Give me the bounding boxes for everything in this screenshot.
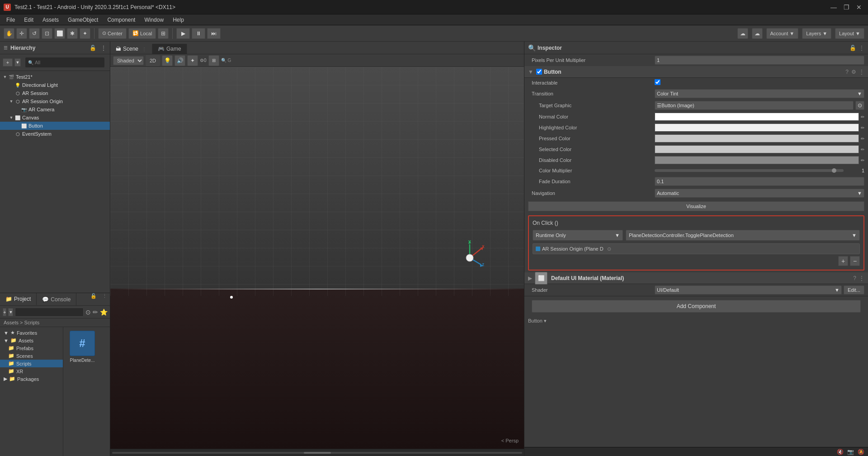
add-component-button[interactable]: Add Component bbox=[532, 300, 861, 313]
project-asset-btn1[interactable]: ⊙ bbox=[85, 309, 91, 316]
tree-item-canvas[interactable]: ▼ ⬜ Canvas bbox=[0, 114, 110, 122]
selected-color-swatch[interactable] bbox=[655, 145, 859, 153]
minimize-button[interactable]: — bbox=[828, 3, 839, 12]
component-settings-btn[interactable]: ⚙ bbox=[851, 69, 856, 75]
pressed-color-swatch[interactable] bbox=[655, 134, 859, 142]
tree-item-eventsystem[interactable]: ⬡ EventSystem bbox=[0, 130, 110, 138]
shader-dropdown[interactable]: UI/Default ▼ bbox=[655, 285, 842, 294]
pixels-per-unit-input[interactable] bbox=[655, 56, 864, 65]
object-target-btn[interactable]: ⊙ bbox=[607, 246, 611, 252]
tree-scripts[interactable]: 📁 Scripts bbox=[0, 360, 63, 367]
component-more-btn[interactable]: ⋮ bbox=[859, 69, 864, 75]
disabled-color-swatch[interactable] bbox=[655, 156, 859, 164]
grid-toggle[interactable]: ⊞ bbox=[208, 55, 219, 66]
target-graphic-field[interactable]: ☰Button (Image) bbox=[655, 101, 854, 110]
center-button[interactable]: ⊙ Center bbox=[98, 28, 127, 39]
rect-tool[interactable]: ⬜ bbox=[54, 28, 65, 39]
snap-tool[interactable]: ⊞ bbox=[158, 28, 169, 39]
function-dropdown[interactable]: PlaneDetectionController.TogglePlaneDete… bbox=[626, 230, 860, 241]
rotate-tool[interactable]: ↺ bbox=[29, 28, 40, 39]
color-multiplier-slider[interactable] bbox=[655, 169, 844, 172]
tree-item-button[interactable]: ⬜ Button bbox=[0, 122, 110, 130]
tree-scenes[interactable]: 📁 Scenes bbox=[0, 352, 63, 360]
status-icon-3[interactable]: 🔕 bbox=[858, 449, 864, 455]
tree-prefabs[interactable]: 📁 Prefabs bbox=[0, 344, 63, 352]
account-button[interactable]: Account ▼ bbox=[766, 28, 799, 39]
shading-dropdown[interactable]: Shaded bbox=[113, 56, 144, 65]
pause-button[interactable]: ⏸ bbox=[192, 28, 205, 39]
project-asset-btn3[interactable]: ⭐ bbox=[100, 309, 108, 316]
add-hierarchy-button[interactable]: + bbox=[3, 58, 13, 66]
remove-onclick-button[interactable]: − bbox=[850, 256, 860, 266]
project-lock[interactable]: 🔓 bbox=[88, 293, 99, 305]
selected-color-picker-icon[interactable]: ✏ bbox=[861, 147, 864, 152]
pressed-color-picker-icon[interactable]: ✏ bbox=[861, 136, 864, 141]
material-menu-btn[interactable]: ⋮ bbox=[859, 275, 864, 281]
hierarchy-dropdown-arrow[interactable]: ▼ bbox=[14, 58, 21, 66]
navigation-dropdown[interactable]: Automatic ▼ bbox=[655, 189, 864, 198]
add-asset-dropdown[interactable]: ▼ bbox=[8, 308, 13, 316]
scale-tool[interactable]: ⊡ bbox=[42, 28, 52, 39]
hierarchy-search-input[interactable] bbox=[35, 60, 102, 65]
material-component-header[interactable]: ▶ ⬜ Default UI Material (Material) ? ⋮ bbox=[524, 272, 868, 284]
tab-console[interactable]: 💬 Console bbox=[37, 293, 76, 305]
menu-file[interactable]: File bbox=[2, 16, 19, 24]
fx-toggle[interactable]: ✦ bbox=[187, 55, 198, 66]
tree-item-arsessionorigin[interactable]: ▼ ⬡ AR Session Origin bbox=[0, 97, 110, 105]
shader-edit-button[interactable]: Edit... bbox=[844, 285, 864, 294]
tab-project[interactable]: 📁 Project bbox=[0, 293, 37, 305]
scrollbar-thumb[interactable] bbox=[304, 452, 331, 454]
material-help-btn[interactable]: ? bbox=[853, 275, 856, 281]
status-icon-2[interactable]: 📷 bbox=[847, 449, 854, 455]
tab-scene[interactable]: 🏔 Scene ⋮ bbox=[110, 44, 152, 54]
hierarchy-search[interactable]: 🔍 bbox=[25, 57, 104, 67]
fade-duration-input[interactable] bbox=[655, 177, 864, 186]
layers-button[interactable]: Layers ▼ bbox=[802, 28, 831, 39]
transition-dropdown[interactable]: Color Tint ▼ bbox=[655, 89, 864, 98]
hand-tool[interactable]: ✋ bbox=[4, 28, 14, 39]
menu-help[interactable]: Help bbox=[168, 16, 189, 24]
tab-game[interactable]: 🎮 Game bbox=[152, 44, 187, 54]
inspector-menu[interactable]: ⋮ bbox=[859, 45, 864, 51]
component-help-btn[interactable]: ? bbox=[845, 69, 849, 75]
tree-item-directionallight[interactable]: 💡 Directional Light bbox=[0, 81, 110, 89]
close-button[interactable]: ✕ bbox=[854, 3, 864, 12]
menu-gameobject[interactable]: GameObject bbox=[63, 16, 103, 24]
audio-toggle[interactable]: 🔊 bbox=[175, 55, 185, 66]
project-search-input[interactable] bbox=[15, 308, 84, 317]
target-graphic-picker-btn[interactable]: ⊙ bbox=[855, 101, 864, 110]
step-button[interactable]: ⏭ bbox=[207, 28, 221, 39]
hierarchy-menu[interactable]: ⋮ bbox=[101, 45, 106, 51]
menu-assets[interactable]: Assets bbox=[38, 16, 63, 24]
highlighted-color-swatch[interactable] bbox=[655, 124, 859, 132]
menu-edit[interactable]: Edit bbox=[19, 16, 38, 24]
scene-tab-menu[interactable]: ⋮ bbox=[142, 47, 146, 52]
project-asset-btn2[interactable]: ✏ bbox=[93, 309, 98, 316]
tree-packages[interactable]: ▶ 📁 Packages bbox=[0, 375, 63, 383]
on-click-object-field[interactable]: AR Session Origin (Plane D ⊙ bbox=[533, 243, 860, 254]
scene-view[interactable]: x y z < Persp bbox=[110, 67, 524, 449]
collab-icon[interactable]: ☁ bbox=[737, 28, 748, 39]
move-tool[interactable]: ✛ bbox=[16, 28, 27, 39]
interactable-checkbox[interactable] bbox=[655, 79, 660, 85]
visualize-button[interactable]: Visualize bbox=[528, 201, 864, 211]
tree-item-test21[interactable]: ▼ 🎬 Test21* bbox=[0, 73, 110, 81]
tree-assets[interactable]: ▼ 📁 Assets bbox=[0, 337, 63, 344]
light-toggle[interactable]: 💡 bbox=[162, 55, 173, 66]
cloud-icon[interactable]: ☁ bbox=[752, 28, 763, 39]
tree-favorites[interactable]: ▼ ★ Favorites bbox=[0, 329, 63, 337]
menu-window[interactable]: Window bbox=[140, 16, 168, 24]
slider-thumb[interactable] bbox=[832, 168, 836, 173]
layout-button[interactable]: Layout ▼ bbox=[835, 28, 864, 39]
hierarchy-lock[interactable]: 🔓 bbox=[90, 45, 96, 51]
disabled-color-picker-icon[interactable]: ✏ bbox=[861, 158, 864, 163]
tree-xr[interactable]: 📁 XR bbox=[0, 367, 63, 375]
asset-planedetection[interactable]: # PlaneDete... bbox=[67, 331, 98, 363]
runtime-only-dropdown[interactable]: Runtime Only ▼ bbox=[533, 230, 623, 241]
tree-item-arcamera[interactable]: 📷 AR Camera bbox=[0, 105, 110, 114]
maximize-button[interactable]: ❐ bbox=[841, 3, 852, 12]
component-enabled-checkbox[interactable] bbox=[536, 69, 542, 75]
normal-color-swatch[interactable] bbox=[655, 113, 859, 121]
custom-tool[interactable]: ✦ bbox=[80, 28, 90, 39]
add-asset-button[interactable]: + bbox=[3, 308, 6, 316]
